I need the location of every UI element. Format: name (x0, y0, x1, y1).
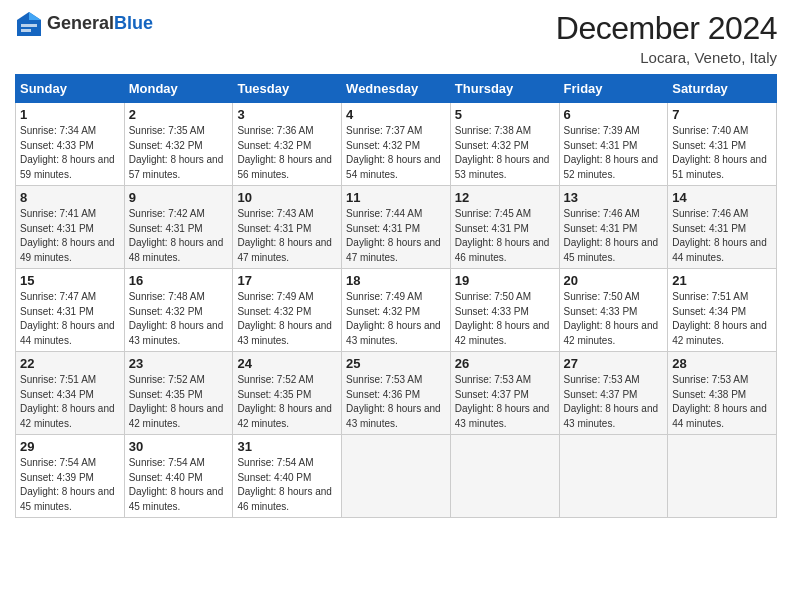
calendar-week-row: 8Sunrise: 7:41 AMSunset: 4:31 PMDaylight… (16, 186, 777, 269)
day-info: Sunrise: 7:46 AMSunset: 4:31 PMDaylight:… (672, 208, 767, 263)
day-number: 14 (672, 190, 772, 205)
calendar-cell: 6Sunrise: 7:39 AMSunset: 4:31 PMDaylight… (559, 103, 668, 186)
header: GeneralBlue December 2024 Locara, Veneto… (15, 10, 777, 66)
calendar-cell: 10Sunrise: 7:43 AMSunset: 4:31 PMDayligh… (233, 186, 342, 269)
day-info: Sunrise: 7:50 AMSunset: 4:33 PMDaylight:… (455, 291, 550, 346)
day-number: 11 (346, 190, 446, 205)
day-number: 31 (237, 439, 337, 454)
page: GeneralBlue December 2024 Locara, Veneto… (0, 0, 792, 612)
calendar-header-row: SundayMondayTuesdayWednesdayThursdayFrid… (16, 75, 777, 103)
day-number: 5 (455, 107, 555, 122)
day-info: Sunrise: 7:50 AMSunset: 4:33 PMDaylight:… (564, 291, 659, 346)
day-number: 21 (672, 273, 772, 288)
day-number: 4 (346, 107, 446, 122)
day-info: Sunrise: 7:40 AMSunset: 4:31 PMDaylight:… (672, 125, 767, 180)
day-info: Sunrise: 7:52 AMSunset: 4:35 PMDaylight:… (237, 374, 332, 429)
calendar-cell: 22Sunrise: 7:51 AMSunset: 4:34 PMDayligh… (16, 352, 125, 435)
day-info: Sunrise: 7:48 AMSunset: 4:32 PMDaylight:… (129, 291, 224, 346)
day-info: Sunrise: 7:42 AMSunset: 4:31 PMDaylight:… (129, 208, 224, 263)
calendar-cell: 2Sunrise: 7:35 AMSunset: 4:32 PMDaylight… (124, 103, 233, 186)
calendar-cell: 16Sunrise: 7:48 AMSunset: 4:32 PMDayligh… (124, 269, 233, 352)
calendar-cell: 18Sunrise: 7:49 AMSunset: 4:32 PMDayligh… (342, 269, 451, 352)
calendar-cell: 24Sunrise: 7:52 AMSunset: 4:35 PMDayligh… (233, 352, 342, 435)
day-number: 15 (20, 273, 120, 288)
calendar-cell: 5Sunrise: 7:38 AMSunset: 4:32 PMDaylight… (450, 103, 559, 186)
day-number: 8 (20, 190, 120, 205)
day-info: Sunrise: 7:52 AMSunset: 4:35 PMDaylight:… (129, 374, 224, 429)
logo: GeneralBlue (15, 10, 153, 38)
day-number: 24 (237, 356, 337, 371)
day-number: 7 (672, 107, 772, 122)
calendar-cell: 13Sunrise: 7:46 AMSunset: 4:31 PMDayligh… (559, 186, 668, 269)
svg-rect-3 (21, 29, 31, 32)
title-block: December 2024 Locara, Veneto, Italy (556, 10, 777, 66)
day-info: Sunrise: 7:54 AMSunset: 4:40 PMDaylight:… (129, 457, 224, 512)
calendar-cell: 4Sunrise: 7:37 AMSunset: 4:32 PMDaylight… (342, 103, 451, 186)
day-info: Sunrise: 7:46 AMSunset: 4:31 PMDaylight:… (564, 208, 659, 263)
calendar-cell: 29Sunrise: 7:54 AMSunset: 4:39 PMDayligh… (16, 435, 125, 518)
day-number: 13 (564, 190, 664, 205)
day-number: 25 (346, 356, 446, 371)
day-info: Sunrise: 7:43 AMSunset: 4:31 PMDaylight:… (237, 208, 332, 263)
calendar-cell: 7Sunrise: 7:40 AMSunset: 4:31 PMDaylight… (668, 103, 777, 186)
calendar-week-row: 15Sunrise: 7:47 AMSunset: 4:31 PMDayligh… (16, 269, 777, 352)
day-info: Sunrise: 7:37 AMSunset: 4:32 PMDaylight:… (346, 125, 441, 180)
day-number: 12 (455, 190, 555, 205)
calendar-cell (559, 435, 668, 518)
day-number: 30 (129, 439, 229, 454)
day-number: 10 (237, 190, 337, 205)
day-number: 17 (237, 273, 337, 288)
calendar-day-header: Monday (124, 75, 233, 103)
generalblue-icon (15, 10, 43, 38)
day-number: 28 (672, 356, 772, 371)
calendar: SundayMondayTuesdayWednesdayThursdayFrid… (15, 74, 777, 518)
calendar-cell: 20Sunrise: 7:50 AMSunset: 4:33 PMDayligh… (559, 269, 668, 352)
logo-text: GeneralBlue (47, 14, 153, 34)
day-info: Sunrise: 7:38 AMSunset: 4:32 PMDaylight:… (455, 125, 550, 180)
calendar-cell: 3Sunrise: 7:36 AMSunset: 4:32 PMDaylight… (233, 103, 342, 186)
calendar-cell: 28Sunrise: 7:53 AMSunset: 4:38 PMDayligh… (668, 352, 777, 435)
calendar-cell: 15Sunrise: 7:47 AMSunset: 4:31 PMDayligh… (16, 269, 125, 352)
svg-rect-2 (21, 24, 37, 27)
day-info: Sunrise: 7:51 AMSunset: 4:34 PMDaylight:… (20, 374, 115, 429)
calendar-day-header: Thursday (450, 75, 559, 103)
day-number: 19 (455, 273, 555, 288)
day-number: 26 (455, 356, 555, 371)
calendar-day-header: Saturday (668, 75, 777, 103)
calendar-day-header: Wednesday (342, 75, 451, 103)
day-info: Sunrise: 7:49 AMSunset: 4:32 PMDaylight:… (237, 291, 332, 346)
svg-marker-1 (29, 12, 41, 20)
calendar-week-row: 29Sunrise: 7:54 AMSunset: 4:39 PMDayligh… (16, 435, 777, 518)
day-number: 1 (20, 107, 120, 122)
calendar-cell: 31Sunrise: 7:54 AMSunset: 4:40 PMDayligh… (233, 435, 342, 518)
day-info: Sunrise: 7:35 AMSunset: 4:32 PMDaylight:… (129, 125, 224, 180)
day-info: Sunrise: 7:54 AMSunset: 4:40 PMDaylight:… (237, 457, 332, 512)
day-info: Sunrise: 7:53 AMSunset: 4:37 PMDaylight:… (455, 374, 550, 429)
calendar-cell: 14Sunrise: 7:46 AMSunset: 4:31 PMDayligh… (668, 186, 777, 269)
day-number: 2 (129, 107, 229, 122)
day-number: 22 (20, 356, 120, 371)
calendar-cell (342, 435, 451, 518)
day-info: Sunrise: 7:39 AMSunset: 4:31 PMDaylight:… (564, 125, 659, 180)
calendar-cell: 11Sunrise: 7:44 AMSunset: 4:31 PMDayligh… (342, 186, 451, 269)
location: Locara, Veneto, Italy (556, 49, 777, 66)
calendar-cell: 9Sunrise: 7:42 AMSunset: 4:31 PMDaylight… (124, 186, 233, 269)
calendar-cell: 21Sunrise: 7:51 AMSunset: 4:34 PMDayligh… (668, 269, 777, 352)
day-info: Sunrise: 7:53 AMSunset: 4:36 PMDaylight:… (346, 374, 441, 429)
day-number: 29 (20, 439, 120, 454)
calendar-cell: 27Sunrise: 7:53 AMSunset: 4:37 PMDayligh… (559, 352, 668, 435)
calendar-week-row: 1Sunrise: 7:34 AMSunset: 4:33 PMDaylight… (16, 103, 777, 186)
calendar-cell (450, 435, 559, 518)
day-info: Sunrise: 7:45 AMSunset: 4:31 PMDaylight:… (455, 208, 550, 263)
calendar-cell: 26Sunrise: 7:53 AMSunset: 4:37 PMDayligh… (450, 352, 559, 435)
calendar-cell: 17Sunrise: 7:49 AMSunset: 4:32 PMDayligh… (233, 269, 342, 352)
day-number: 18 (346, 273, 446, 288)
month-title: December 2024 (556, 10, 777, 47)
day-number: 20 (564, 273, 664, 288)
calendar-day-header: Sunday (16, 75, 125, 103)
day-info: Sunrise: 7:49 AMSunset: 4:32 PMDaylight:… (346, 291, 441, 346)
day-info: Sunrise: 7:36 AMSunset: 4:32 PMDaylight:… (237, 125, 332, 180)
day-number: 16 (129, 273, 229, 288)
calendar-cell: 23Sunrise: 7:52 AMSunset: 4:35 PMDayligh… (124, 352, 233, 435)
day-number: 3 (237, 107, 337, 122)
